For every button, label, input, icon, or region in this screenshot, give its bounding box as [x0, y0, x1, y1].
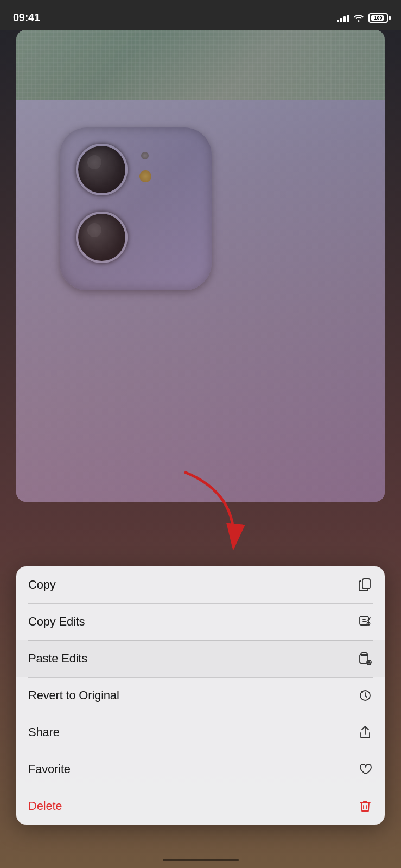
menu-item-share[interactable]: Share [16, 714, 385, 751]
menu-label-share: Share [28, 725, 60, 739]
favorite-heart-icon [358, 762, 373, 777]
copy-edits-icon [358, 614, 373, 629]
menu-label-favorite: Favorite [28, 762, 71, 776]
paste-edits-icon [358, 651, 373, 666]
menu-label-copy: Copy [28, 578, 56, 592]
status-bar: 09:41 100 [0, 0, 401, 30]
menu-item-revert[interactable]: Revert to Original [16, 677, 385, 714]
menu-label-delete: Delete [28, 799, 62, 813]
menu-item-paste-edits[interactable]: Paste Edits [16, 640, 385, 677]
context-menu: Copy Copy Edits Paste Edits [16, 566, 385, 825]
status-icons: 100 [337, 13, 388, 23]
menu-item-delete[interactable]: Delete [16, 788, 385, 825]
menu-label-revert: Revert to Original [28, 688, 119, 703]
menu-item-favorite[interactable]: Favorite [16, 751, 385, 788]
home-indicator [163, 859, 239, 861]
status-time: 09:41 [13, 11, 40, 24]
arrow-indicator [152, 461, 271, 580]
trash-icon [358, 799, 373, 814]
signal-icon [337, 14, 349, 22]
copy-icon [358, 577, 373, 592]
menu-item-copy-edits[interactable]: Copy Edits [16, 603, 385, 640]
menu-label-paste-edits: Paste Edits [28, 652, 87, 666]
share-icon [358, 725, 373, 740]
wifi-icon [353, 14, 364, 22]
svg-rect-4 [362, 579, 370, 589]
menu-label-copy-edits: Copy Edits [28, 615, 85, 629]
battery-icon: 100 [368, 13, 388, 23]
revert-icon [358, 688, 373, 703]
